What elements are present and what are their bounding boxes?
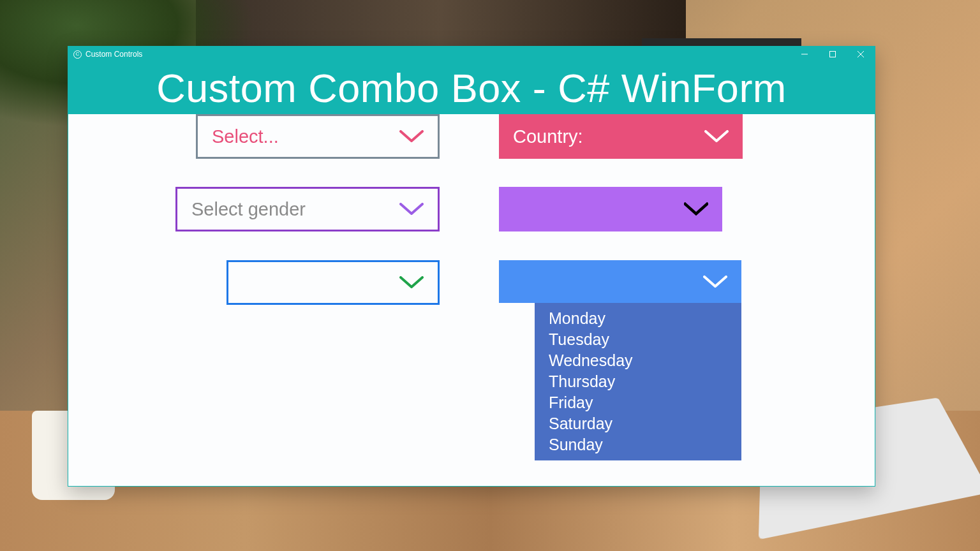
- combobox-purple[interactable]: [499, 187, 722, 231]
- title-bar[interactable]: C Custom Controls: [68, 47, 875, 62]
- combobox-country[interactable]: Country:: [499, 114, 743, 159]
- chevron-down-icon: [399, 203, 424, 216]
- combobox-label: Select gender: [191, 199, 306, 220]
- page-title: Custom Combo Box - C# WinForm: [68, 62, 875, 114]
- dropdown-item[interactable]: Tuesday: [535, 329, 741, 350]
- dropdown-item[interactable]: Saturday: [535, 413, 741, 434]
- window-title: Custom Controls: [85, 50, 142, 59]
- dropdown-item[interactable]: Wednesday: [535, 350, 741, 371]
- combobox-label: Country:: [513, 126, 583, 147]
- chevron-down-icon: [399, 130, 424, 143]
- chevron-down-icon: [399, 276, 424, 289]
- combobox-select[interactable]: Select...: [196, 114, 440, 159]
- combobox-gender[interactable]: Select gender: [175, 187, 440, 231]
- app-icon: C: [73, 50, 82, 59]
- close-button[interactable]: [847, 47, 875, 62]
- dropdown-item[interactable]: Friday: [535, 392, 741, 413]
- chevron-down-icon: [684, 203, 708, 216]
- window-controls: [791, 47, 875, 62]
- combobox-label: Select...: [212, 126, 279, 147]
- svg-rect-0: [830, 52, 836, 57]
- app-window: C Custom Controls Custom Combo Box - C# …: [68, 46, 875, 487]
- dropdown-item[interactable]: Monday: [535, 308, 741, 329]
- day-dropdown-list[interactable]: Monday Tuesday Wednesday Thursday Friday…: [535, 303, 741, 460]
- maximize-button[interactable]: [819, 47, 847, 62]
- combobox-bluegreen[interactable]: [226, 260, 440, 305]
- dropdown-item[interactable]: Thursday: [535, 371, 741, 392]
- dropdown-item[interactable]: Sunday: [535, 434, 741, 455]
- minimize-button[interactable]: [791, 47, 819, 62]
- combobox-day[interactable]: [499, 260, 741, 303]
- chevron-down-icon: [703, 276, 727, 288]
- chevron-down-icon: [704, 130, 729, 143]
